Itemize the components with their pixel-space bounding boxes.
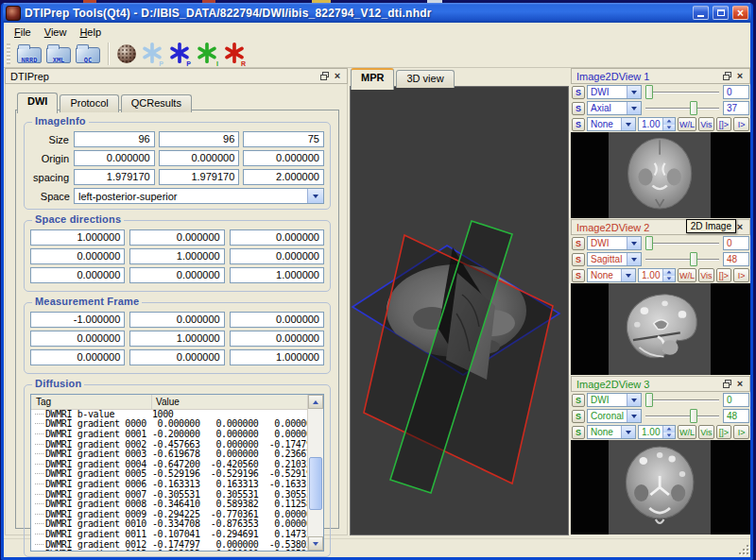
table-row[interactable]: DWMRI_gradient_0006 -0.163313 0.163313 -… <box>31 479 308 489</box>
overlay-combobox[interactable]: None <box>587 425 636 439</box>
slice-index-field[interactable]: 48 <box>723 252 749 266</box>
s-button[interactable]: S <box>572 102 585 115</box>
slice-index-field[interactable]: 48 <box>723 409 749 423</box>
scroll-up-icon[interactable] <box>308 395 323 409</box>
chevron-down-icon[interactable] <box>307 189 323 203</box>
dtiprep-dock-header[interactable]: DTIPrep × <box>5 68 348 84</box>
table-row[interactable]: DWMRI_gradient_0005 -0.529196 -0.529196 … <box>31 469 308 480</box>
matrix-cell[interactable]: 0.000000 <box>30 349 125 365</box>
s-button[interactable]: S <box>572 237 585 250</box>
value-field[interactable]: 96 <box>74 131 155 147</box>
resize-grip[interactable] <box>738 544 749 555</box>
open-folder-button[interactable]: QC <box>76 43 100 64</box>
asterisk-button-4[interactable]: R <box>223 42 246 65</box>
table-row[interactable]: DWMRI_gradient_0008 -0.346410 0.589382 0… <box>31 499 308 509</box>
value-field[interactable]: 96 <box>159 131 240 147</box>
s-button[interactable]: S <box>572 269 585 282</box>
slice-index-field[interactable]: 37 <box>723 101 749 115</box>
dock-close-button[interactable]: × <box>733 378 747 390</box>
value-field[interactable]: 2.000000 <box>243 169 324 185</box>
tab[interactable]: DWI <box>17 93 58 113</box>
view-button[interactable]: Vis <box>698 268 714 282</box>
float-button[interactable] <box>318 70 331 82</box>
image-combobox[interactable]: DWI <box>587 85 642 99</box>
matrix-cell[interactable]: 0.000000 <box>30 267 125 283</box>
s-button[interactable]: S <box>572 86 585 99</box>
image-index-field[interactable]: 0 <box>723 393 749 407</box>
s-button[interactable]: S <box>572 253 585 266</box>
chevron-down-icon[interactable] <box>621 426 635 438</box>
view-button[interactable]: W/L <box>678 117 696 131</box>
dock-close-button[interactable]: × <box>733 70 747 82</box>
s-button[interactable]: S <box>572 118 585 131</box>
zoom-spinbox[interactable]: 1.00 <box>638 268 676 282</box>
view-button[interactable]: []> <box>716 268 732 282</box>
image-combobox[interactable]: DWI <box>587 236 642 250</box>
table-row[interactable]: DWMRI_gradient_0009 -0.294225 -0.770361 … <box>31 509 308 519</box>
view1-header[interactable]: Image2DView 1 × <box>571 68 750 84</box>
matrix-cell[interactable]: 1.000000 <box>230 349 324 365</box>
value-field[interactable]: 75 <box>243 131 324 147</box>
matrix-cell[interactable]: 0.000000 <box>30 331 125 347</box>
dock-close-button[interactable]: × <box>331 70 344 82</box>
coronal-viewport[interactable] <box>571 440 750 535</box>
scrollbar-thumb[interactable] <box>309 457 322 510</box>
table-row[interactable]: DWMRI_gradient_0011 -0.107041 -0.294691 … <box>31 529 308 539</box>
table-row[interactable]: DWMRI_b-value 1000 <box>31 409 308 419</box>
slice-slider[interactable] <box>644 252 721 266</box>
slice-slider[interactable] <box>644 409 721 423</box>
s-button[interactable]: S <box>572 410 585 423</box>
gradient-sphere-button[interactable] <box>117 44 136 63</box>
overlay-combobox[interactable]: None <box>587 117 636 131</box>
zoom-spinbox[interactable]: 1.00 <box>638 425 676 439</box>
spin-arrows[interactable] <box>662 426 675 438</box>
table-row[interactable]: DWMRI_gradient_0004 -0.647200 -0.420560 … <box>31 459 308 469</box>
orientation-combobox[interactable]: Coronal <box>587 409 642 423</box>
view-button[interactable]: Vis <box>698 117 714 131</box>
matrix-cell[interactable]: 1.000000 <box>230 267 324 283</box>
column-header-value[interactable]: Value <box>152 395 323 409</box>
view-button[interactable]: []> <box>716 425 732 439</box>
view2-header[interactable]: Image2DView 2 2D Image × <box>571 219 750 235</box>
chevron-down-icon[interactable] <box>627 253 641 265</box>
slider-thumb[interactable] <box>645 393 653 407</box>
title-bar[interactable]: DTIPrep Tools(Qt4) - D:/IBIS_DATA/822794… <box>3 3 751 23</box>
value-field[interactable]: 1.979170 <box>159 169 240 185</box>
matrix-cell[interactable]: 0.000000 <box>129 349 224 365</box>
open-folder-button[interactable]: NRRD <box>17 43 42 64</box>
view3-header[interactable]: Image2DView 3 × <box>571 376 750 392</box>
value-field[interactable]: 0.000000 <box>243 150 324 166</box>
tab[interactable]: 3D view <box>396 70 454 88</box>
view-button[interactable]: []> <box>716 117 732 131</box>
mpr-3d-viewport[interactable] <box>350 86 569 535</box>
slice-slider[interactable] <box>644 101 721 115</box>
value-field[interactable]: 1.979170 <box>74 169 155 185</box>
image-slider[interactable] <box>644 393 721 407</box>
matrix-cell[interactable]: 0.000000 <box>30 248 125 264</box>
sagittal-viewport[interactable] <box>571 283 750 375</box>
view-button[interactable]: I> <box>733 268 749 282</box>
s-button[interactable]: S <box>572 426 585 439</box>
image-slider[interactable] <box>644 236 721 250</box>
close-button[interactable]: × <box>732 6 748 20</box>
image-index-field[interactable]: 0 <box>723 236 749 250</box>
tab[interactable]: Protocol <box>60 94 118 112</box>
view-button[interactable]: Vis <box>698 425 714 439</box>
table-row[interactable]: DWMRI_gradient_0007 -0.305531 0.305531 0… <box>31 489 308 500</box>
table-row[interactable]: DWMRI_gradient_0003 -0.619678 0.000000 0… <box>31 449 308 459</box>
minimize-button[interactable] <box>693 6 709 20</box>
spin-arrows[interactable] <box>662 269 675 281</box>
matrix-cell[interactable]: 0.000000 <box>129 229 224 246</box>
spin-arrows[interactable] <box>662 118 675 130</box>
view-button[interactable]: W/L <box>678 425 696 439</box>
float-button[interactable] <box>720 70 733 82</box>
matrix-cell[interactable]: 0.000000 <box>230 248 324 264</box>
asterisk-button-1[interactable]: P <box>141 42 163 65</box>
space-combobox[interactable]: left-posterior-superior <box>74 188 324 204</box>
table-row[interactable]: DWMRI_gradient_0012 -0.174797 0.000000 -… <box>31 539 308 550</box>
chevron-down-icon[interactable] <box>627 394 641 406</box>
image-combobox[interactable]: DWI <box>587 393 642 407</box>
matrix-cell[interactable]: 0.000000 <box>230 312 324 328</box>
open-folder-button[interactable]: XML <box>46 43 71 64</box>
slider-thumb[interactable] <box>690 409 697 423</box>
